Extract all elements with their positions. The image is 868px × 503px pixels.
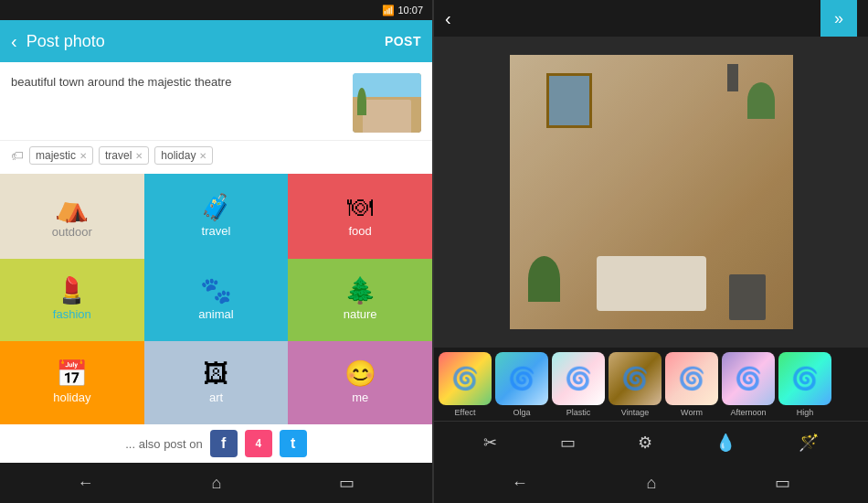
facebook-button[interactable]: f	[210, 430, 238, 457]
nav-back-icon-left[interactable]: ←	[78, 474, 94, 493]
nav-back-icon-right[interactable]: ←	[512, 474, 528, 493]
categories-grid: ⛺ outdoor 🧳 travel 🍽 food 💄 fashion 🐾 an…	[0, 174, 432, 424]
holiday-label: holiday	[53, 391, 90, 404]
drop-tool-icon[interactable]: 💧	[715, 433, 736, 453]
tag-remove-icon[interactable]: ✕	[135, 151, 143, 161]
magic-tool-icon[interactable]: 🪄	[799, 433, 819, 453]
top-bar-left: ‹ Post photo POST	[0, 20, 432, 62]
filter-afternoon[interactable]: Afternoon	[722, 352, 775, 417]
category-holiday[interactable]: 📅 holiday	[0, 341, 144, 424]
nav-bar-left: ← ⌂ ▭	[0, 463, 432, 503]
fashion-label: fashion	[53, 307, 91, 321]
status-bar-left: 📶 10:07	[0, 0, 432, 20]
travel-icon: 🧳	[200, 195, 232, 220]
back-button-left[interactable]: ‹	[11, 31, 17, 52]
nav-recent-icon-left[interactable]: ▭	[339, 473, 355, 493]
vintage-filter-overlay	[510, 55, 793, 329]
animal-label: animal	[198, 307, 233, 321]
me-label: me	[352, 391, 368, 404]
description-text[interactable]: beautiful town around the majestic theat…	[11, 73, 344, 91]
art-icon: 🖼	[203, 361, 228, 387]
filter-effect[interactable]: Effect	[439, 352, 492, 417]
settings-tool-icon[interactable]: ⚙	[638, 433, 652, 453]
filter-afternoon-thumb	[722, 352, 775, 405]
time-display: 10:07	[397, 5, 423, 16]
filter-olga-thumb	[495, 352, 548, 405]
category-nature[interactable]: 🌲 nature	[288, 259, 432, 342]
category-food[interactable]: 🍽 food	[288, 174, 432, 259]
tag-holiday[interactable]: holiday ✕	[154, 146, 213, 165]
thumb-palm-decoration	[357, 88, 366, 115]
art-label: art	[209, 391, 223, 404]
back-button-right[interactable]: ‹	[445, 8, 451, 29]
filter-plastic-thumb	[552, 352, 605, 405]
tag-label: majestic	[36, 149, 76, 162]
tag-label: travel	[105, 149, 132, 162]
animal-icon: 🐾	[200, 278, 232, 304]
frame-tool-icon[interactable]: ▭	[560, 433, 576, 453]
nav-home-icon-right[interactable]: ⌂	[647, 474, 657, 493]
nature-icon: 🌲	[344, 278, 376, 304]
filter-olga[interactable]: Olga	[495, 352, 548, 417]
filter-vintage[interactable]: Vintage	[609, 352, 662, 417]
filters-bar: Effect Olga Plastic Vintage Worm Afterno…	[434, 348, 868, 421]
twitter-button[interactable]: t	[280, 430, 307, 457]
tag-remove-icon[interactable]: ✕	[199, 151, 206, 161]
nav-recent-icon-right[interactable]: ▭	[775, 473, 790, 493]
food-label: food	[349, 224, 372, 238]
outdoor-icon: ⛺	[55, 194, 89, 221]
top-bar-right: ‹ »	[434, 0, 868, 37]
category-travel[interactable]: 🧳 travel	[144, 174, 289, 259]
also-post-bar: ... also post on f 4 t	[0, 424, 432, 463]
category-outdoor[interactable]: ⛺ outdoor	[0, 174, 144, 259]
category-animal[interactable]: 🐾 animal	[144, 259, 289, 342]
tag-icon: 🏷	[11, 148, 24, 163]
holiday-icon: 📅	[56, 361, 88, 387]
signal-icon: 📶	[382, 5, 395, 16]
foursquare-button[interactable]: 4	[245, 430, 272, 457]
category-me[interactable]: 😊 me	[288, 341, 432, 424]
left-panel: 📶 10:07 ‹ Post photo POST beautiful town…	[0, 0, 434, 503]
nav-home-icon-left[interactable]: ⌂	[212, 474, 222, 493]
filter-olga-label: Olga	[513, 408, 530, 417]
filter-effect-thumb	[439, 352, 492, 405]
tag-label: holiday	[161, 149, 196, 162]
photo-thumbnail	[353, 73, 421, 133]
tag-travel[interactable]: travel ✕	[99, 146, 149, 165]
filter-effect-label: Effect	[455, 408, 476, 417]
tags-area: 🏷 majestic ✕ travel ✕ holiday ✕	[0, 140, 432, 174]
main-photo	[510, 55, 793, 329]
outdoor-label: outdoor	[52, 225, 92, 239]
crop-tool-icon[interactable]: ✂	[483, 433, 497, 453]
category-fashion[interactable]: 💄 fashion	[0, 259, 144, 342]
forward-button[interactable]: »	[820, 0, 857, 37]
right-panel: ‹ » Effect Olga	[434, 0, 868, 503]
filter-vintage-thumb	[609, 352, 662, 405]
filter-high-label: High	[797, 408, 814, 417]
travel-label: travel	[202, 224, 231, 238]
filter-worm[interactable]: Worm	[665, 352, 718, 417]
fashion-icon: 💄	[56, 278, 88, 304]
post-button[interactable]: POST	[385, 34, 421, 48]
filter-high[interactable]: High	[778, 352, 831, 417]
tag-remove-icon[interactable]: ✕	[79, 151, 87, 161]
food-icon: 🍽	[347, 195, 373, 220]
filter-plastic-label: Plastic	[566, 408, 591, 417]
thumbnail-image	[353, 73, 421, 133]
page-title: Post photo	[26, 32, 385, 51]
filter-worm-label: Worm	[681, 408, 703, 417]
tools-bar: ✂ ▭ ⚙ 💧 🪄	[434, 421, 868, 463]
filter-afternoon-label: Afternoon	[730, 408, 766, 417]
status-icons: 📶 10:07	[382, 5, 423, 16]
nature-label: nature	[344, 307, 377, 321]
filter-plastic[interactable]: Plastic	[552, 352, 605, 417]
filter-worm-thumb	[665, 352, 718, 405]
me-icon: 😊	[344, 361, 376, 387]
nav-bar-right: ← ⌂ ▭	[434, 463, 868, 503]
cafe-photo	[510, 55, 793, 329]
description-area: beautiful town around the majestic theat…	[0, 62, 432, 140]
category-art[interactable]: 🖼 art	[144, 341, 289, 424]
filter-high-thumb	[778, 352, 831, 405]
also-post-label: ... also post on	[125, 437, 203, 451]
tag-majestic[interactable]: majestic ✕	[29, 146, 93, 165]
